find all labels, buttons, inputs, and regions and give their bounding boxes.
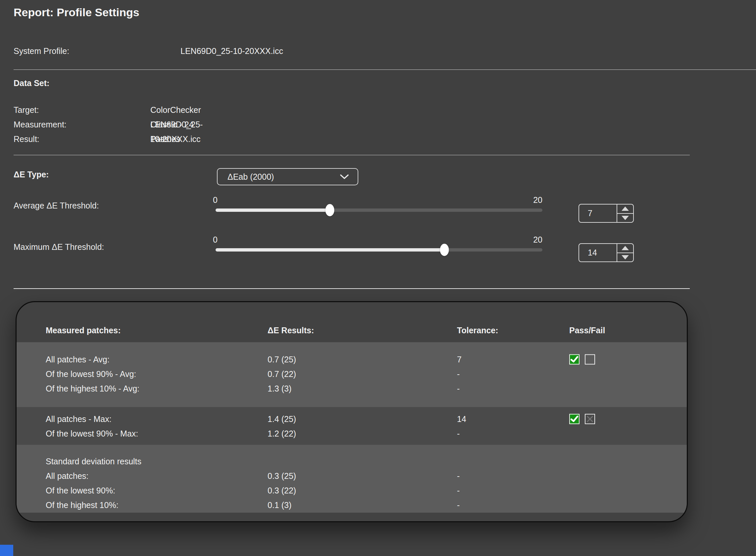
- result-label: Result:: [13, 134, 39, 144]
- divider-top: [13, 69, 756, 70]
- row-label: All patches - Max:: [46, 412, 111, 426]
- slider-knob[interactable]: [440, 244, 449, 256]
- spin-up-button[interactable]: [617, 244, 633, 253]
- data-set-row: Measurement: LEN69D0_25-10-20XXX.icc: [13, 117, 67, 132]
- table-row: Of the lowest 90% - Max: 1.2 (22) -: [17, 426, 687, 441]
- row-tolerance-value: -: [457, 468, 460, 483]
- table-row: All patches - Avg: 0.7 (25) 7: [17, 352, 687, 367]
- data-set-row: Target: ColorChecker Classic - 24 Patche…: [13, 103, 67, 117]
- row-de-value: 1.4 (25): [268, 412, 296, 426]
- results-header-row: Measured patches: ΔE Results: Tolerance:…: [17, 322, 687, 339]
- table-row: All patches: 0.3 (25) -: [17, 468, 687, 483]
- row-tolerance-value: -: [457, 483, 460, 498]
- triangle-up-icon: [622, 246, 629, 250]
- avg-threshold-input[interactable]: 7: [579, 204, 634, 223]
- data-set-heading: Data Set:: [13, 78, 50, 88]
- data-set-block: Target: ColorChecker Classic - 24 Patche…: [13, 103, 67, 146]
- spinner: [617, 205, 633, 222]
- system-profile-label: System Profile:: [13, 46, 69, 56]
- spin-up-button[interactable]: [617, 205, 633, 214]
- row-label: All patches:: [46, 468, 89, 483]
- divider-dataset: [13, 155, 690, 155]
- triangle-down-icon: [622, 216, 629, 220]
- row-tolerance-value: -: [457, 367, 460, 381]
- slider-max-label: 20: [533, 235, 543, 245]
- triangle-down-icon: [622, 255, 629, 259]
- table-row: Of the highest 10%: 0.1 (3) -: [17, 498, 687, 512]
- de-type-dropdown[interactable]: ΔEab (2000): [217, 168, 358, 185]
- max-threshold-value[interactable]: 14: [579, 244, 617, 262]
- de-type-selected-value: ΔEab (2000): [228, 172, 274, 182]
- pass-fail-cell: [569, 414, 595, 424]
- pass-checkbox[interactable]: [569, 354, 580, 365]
- table-row: Of the highest 10% - Avg: 1.3 (3) -: [17, 381, 687, 396]
- de-type-label: ΔE Type:: [13, 170, 49, 179]
- avg-threshold-slider[interactable]: 0 20: [216, 195, 543, 238]
- spin-down-button[interactable]: [617, 253, 633, 262]
- avg-threshold-value[interactable]: 7: [579, 205, 617, 222]
- result-value: Pass: [150, 132, 169, 146]
- measurement-label: Measurement:: [13, 120, 67, 129]
- row-de-value: 0.3 (22): [268, 483, 296, 498]
- chevron-down-icon: [340, 174, 349, 179]
- slider-fill: [216, 248, 445, 251]
- header-tolerance: Tolerance:: [457, 322, 498, 339]
- slider-max-label: 20: [533, 195, 543, 205]
- header-pass-fail: Pass/Fail: [569, 322, 605, 339]
- avg-results-group: All patches - Avg: 0.7 (25) 7 Of the low…: [17, 342, 687, 407]
- row-de-value: 1.2 (22): [268, 426, 296, 441]
- slider-track[interactable]: [216, 209, 543, 212]
- max-results-group: All patches - Max: 1.4 (25) 14 Of the lo…: [17, 407, 687, 445]
- stddev-results-group: Standard deviation results All patches: …: [17, 445, 687, 513]
- table-row: Of the lowest 90% - Avg: 0.7 (22) -: [17, 367, 687, 381]
- slider-min-label: 0: [213, 235, 218, 245]
- table-row: Of the lowest 90%: 0.3 (22) -: [17, 483, 687, 498]
- row-tolerance-value: -: [457, 426, 460, 441]
- max-threshold-input[interactable]: 14: [579, 243, 634, 262]
- row-label: Standard deviation results: [46, 454, 141, 468]
- row-label: Of the lowest 90% - Max:: [46, 426, 138, 441]
- row-label: Of the lowest 90%:: [46, 483, 115, 498]
- data-set-row: Result: Pass: [13, 132, 67, 146]
- row-label: Of the lowest 90% - Avg:: [46, 367, 136, 381]
- row-de-value: 1.3 (3): [268, 381, 291, 396]
- fail-checkbox[interactable]: [585, 354, 595, 365]
- triangle-up-icon: [622, 207, 629, 211]
- row-label: Of the highest 10%:: [46, 498, 119, 512]
- max-threshold-label: Maximum ΔE Threshold:: [13, 242, 104, 252]
- row-label: All patches - Avg:: [46, 352, 109, 367]
- row-tolerance-value: -: [457, 498, 460, 512]
- results-panel: Measured patches: ΔE Results: Tolerance:…: [15, 301, 688, 522]
- max-threshold-slider[interactable]: 0 20: [216, 235, 543, 278]
- spin-down-button[interactable]: [617, 214, 633, 222]
- pass-checkbox[interactable]: [569, 414, 580, 424]
- row-de-value: 0.3 (25): [268, 468, 296, 483]
- row-de-value: 0.7 (25): [268, 352, 296, 367]
- system-profile-value: LEN69D0_25-10-20XXX.icc: [180, 46, 283, 56]
- target-label: Target:: [13, 105, 39, 114]
- fail-checkbox[interactable]: [585, 414, 595, 424]
- table-row: Standard deviation results: [17, 454, 687, 468]
- avg-threshold-label: Average ΔE Threshold:: [13, 201, 99, 210]
- divider-thresholds: [13, 288, 690, 289]
- row-tolerance-value: 14: [457, 412, 466, 426]
- row-label: Of the highest 10% - Avg:: [46, 381, 139, 396]
- spinner: [617, 244, 633, 262]
- pass-fail-cell: [569, 354, 595, 365]
- header-measured-patches: Measured patches:: [46, 322, 121, 339]
- row-de-value: 0.7 (22): [268, 367, 296, 381]
- slider-knob[interactable]: [326, 204, 334, 216]
- header-de-results: ΔE Results:: [268, 322, 314, 339]
- slider-fill: [216, 209, 330, 212]
- row-tolerance-value: 7: [457, 352, 462, 367]
- page-title: Report: Profile Settings: [13, 6, 139, 19]
- row-tolerance-value: -: [457, 381, 460, 396]
- slider-track[interactable]: [216, 248, 543, 251]
- row-de-value: 0.1 (3): [268, 498, 291, 512]
- slider-min-label: 0: [213, 195, 218, 205]
- bottom-left-blue-fragment: [0, 545, 13, 556]
- table-row: All patches - Max: 1.4 (25) 14: [17, 412, 687, 426]
